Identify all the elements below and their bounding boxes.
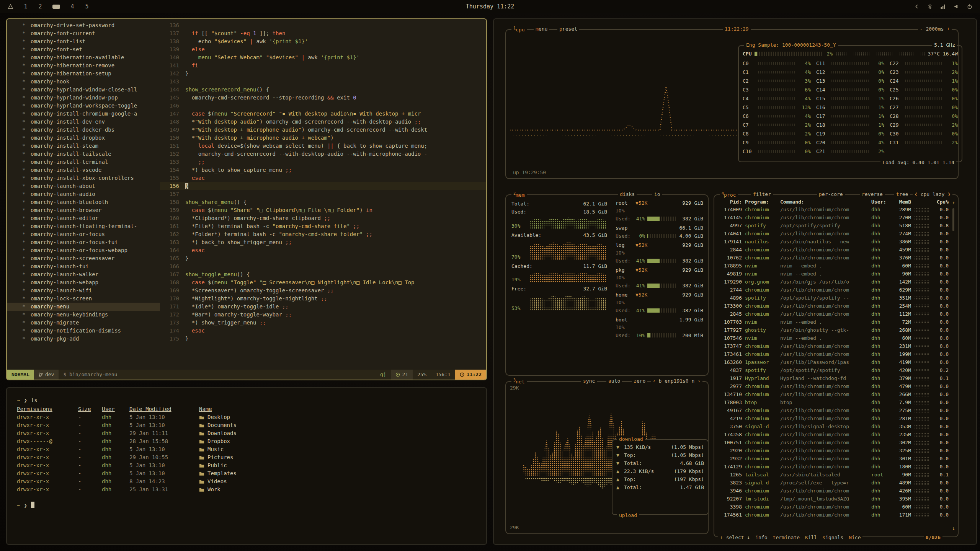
code-line[interactable]: 155 esac (160, 174, 486, 182)
code-line[interactable]: 163 *) back_to show_trigger_menu ;; (160, 238, 486, 246)
process-row[interactable]: 178895 nvim nvim --embed . dhh 60M 0.0 (718, 262, 949, 270)
power-icon[interactable] (967, 4, 972, 9)
proc-percore-button[interactable]: per-core (817, 191, 845, 197)
file-list-item[interactable]: * omarchy-launch-walker (7, 271, 160, 279)
code-line[interactable]: 152 omarchy-cmd-screenrecord --with-desk… (160, 150, 486, 158)
code-line[interactable]: 146 (160, 102, 486, 110)
file-list-item[interactable]: * omarchy-lock-screen (7, 295, 160, 303)
code-line[interactable]: 137 if [[ "$count" -eq 1 ]]; then (160, 29, 486, 37)
code-line[interactable]: 172 *Bar*) omarchy-toggle-waybar ;; (160, 311, 486, 319)
process-row[interactable]: 100751 chromium /usr/lib/chromium/chrom … (718, 439, 949, 447)
code-line[interactable]: 164 esac (160, 246, 486, 254)
file-list-item[interactable]: * omarchy-hibernation-available (7, 54, 160, 62)
file-list-item[interactable]: * omarchy-menu (7, 303, 160, 311)
file-list-item[interactable]: * omarchy-install-dropbox (7, 134, 160, 142)
process-row[interactable]: 92207 lm-studi /tmp/.mount_lmstudw3AZQ d… (718, 495, 949, 503)
process-row[interactable]: 174009 chromium /usr/lib/chromium/chrom … (718, 205, 949, 214)
file-list-item[interactable]: * omarchy-hyprland-workspace-toggle (7, 102, 160, 110)
process-row[interactable]: 1917 Hyprland Hyprland --watchdog-fd dhh… (718, 374, 949, 382)
process-row[interactable]: 49167 chromium /usr/lib/chromium/chrom d… (718, 406, 949, 414)
code-line[interactable]: 140 menu "Select Webcam" "$devices" | aw… (160, 54, 486, 62)
code-line[interactable]: 144 show_screenrecord_menu() { (160, 86, 486, 94)
col-mem[interactable]: MemB (891, 199, 911, 205)
file-list-item[interactable]: * omarchy-font-list (7, 37, 160, 46)
code-line[interactable]: 160 *Clipboard*) omarchy-cmd-share clipb… (160, 214, 486, 222)
code-line[interactable]: 141 fi (160, 62, 486, 70)
process-row[interactable]: 173300 chromium /usr/lib/chromium/chrom … (718, 302, 949, 310)
process-row[interactable]: 4219 chromium /usr/lib/chromium/chrom dh… (718, 414, 949, 422)
file-list-pane[interactable]: * omarchy-drive-set-password * omarchy-f… (7, 21, 160, 370)
process-row[interactable]: 173747 chromium /usr/lib/chromium/chrom … (718, 342, 949, 350)
workspace-button[interactable]: 1 (23, 3, 28, 10)
code-line[interactable]: 161 *File*) terminal bash -c "omarchy-cm… (160, 222, 486, 230)
code-line[interactable]: 167 show_toggle_menu() { (160, 271, 486, 279)
file-list-item[interactable]: * omarchy-launch-bluetooth (7, 198, 160, 206)
proc-filter-button[interactable]: filter (751, 191, 773, 197)
file-list-item[interactable]: * omarchy-install-steam (7, 142, 160, 150)
scrollbar-thumb[interactable] (952, 208, 954, 231)
workspace-button[interactable]: 5 (85, 3, 89, 10)
file-list-item[interactable]: * omarchy-install-vscode (7, 166, 160, 174)
process-row[interactable]: 107703 nvim nvim --embed . dhh 72M 0.0 (718, 318, 949, 326)
file-list-item[interactable]: * omarchy-launch-about (7, 182, 160, 190)
file-list-item[interactable]: * omarchy-hibernation-remove (7, 62, 160, 70)
process-row[interactable]: 3398 chromium /usr/lib/chromium/chrom dh… (718, 503, 949, 511)
terminal-window[interactable]: ~ ❯ ls Permissions Size User Date Modifi… (6, 387, 487, 545)
net-zero-button[interactable]: zero (632, 378, 647, 384)
file-list-item[interactable]: * omarchy-launch-or-focus-webapp (7, 246, 160, 254)
process-row[interactable]: 174041 chromium /usr/lib/chromium/chrom … (718, 230, 949, 238)
file-list-item[interactable]: * omarchy-launch-screensaver (7, 254, 160, 262)
process-row[interactable]: 3750 signal-d /usr/lib/signal-desktop dh… (718, 422, 949, 430)
proc-footer-action[interactable]: Kill (805, 535, 817, 540)
process-row[interactable]: 2932 chromium /usr/lib/chromium/chrom dh… (718, 455, 949, 463)
file-list-item[interactable]: * omarchy-drive-set-password (7, 21, 160, 29)
file-list-item[interactable]: * omarchy-font-set (7, 46, 160, 54)
code-line[interactable]: 158 show_share_menu() { (160, 198, 486, 206)
code-line[interactable]: 162 *Folder*) terminal bash -c "omarchy-… (160, 230, 486, 238)
proc-footer-action[interactable]: ↑ select ↓ (720, 535, 750, 540)
process-row[interactable]: 177927 ghostty /usr/bin/ghostty --gtk- d… (718, 326, 949, 334)
file-list-item[interactable]: * omarchy-launch-floating-terminal- (7, 222, 160, 230)
code-line[interactable]: 143 (160, 78, 486, 86)
process-row[interactable]: 179141 nautilus /usr/bin/nautilus --new … (718, 238, 949, 246)
file-list-item[interactable]: * omarchy-hyprland-window-close-all (7, 86, 160, 94)
code-line[interactable]: 156 } (160, 182, 486, 190)
code-line[interactable]: 159 case $(menu "Share" "□ Clipboard\n□ … (160, 206, 486, 214)
process-row[interactable]: 4896 spotify /opt/spotify/spotify -- dhh… (718, 294, 949, 302)
code-line[interactable]: 175 } (160, 335, 486, 343)
process-row[interactable]: 173461 chromium /usr/lib/chromium/chrom … (718, 350, 949, 358)
file-list-item[interactable]: * omarchy-launch-audio (7, 190, 160, 198)
preset-button[interactable]: preset (557, 26, 579, 32)
code-line[interactable]: 151 local device=$(show_webcam_select_me… (160, 142, 486, 150)
menu-button[interactable]: menu (534, 26, 549, 32)
file-list-item[interactable]: * omarchy-launch-or-focus (7, 230, 160, 238)
file-list-item[interactable]: * omarchy-menu-keybindings (7, 311, 160, 319)
code-line[interactable]: 139 else (160, 46, 486, 54)
proc-sort-selector[interactable]: ❮ cpu lazy ❯ (913, 191, 952, 197)
code-line[interactable]: 147 case $(menu "Screenrecord" "▪ With d… (160, 110, 486, 118)
code-line[interactable]: 138 echo "$devices" | awk '{print $1}' (160, 37, 486, 46)
process-row[interactable]: 163260 1passwor /usr/lib/1Password/1pas … (718, 358, 949, 366)
col-pid[interactable]: Pid: (718, 199, 742, 205)
code-line[interactable]: 136 (160, 21, 486, 29)
scroll-up-arrow[interactable]: ↑ (952, 200, 955, 205)
code-line[interactable]: 168 case $(menu "Toggle" "□ Screensaver\… (160, 279, 486, 287)
file-list-item[interactable]: * omarchy-install-docker-dbs (7, 126, 160, 134)
terminal-cursor[interactable] (31, 502, 34, 508)
code-line[interactable]: 148 *"With desktop audio") omarchy-cmd-s… (160, 118, 486, 126)
code-line[interactable]: 145 omarchy-cmd-screenrecord --stop-reco… (160, 94, 486, 102)
code-line[interactable]: 171 *Idle*) omarchy-toggle-idle ;; (160, 303, 486, 311)
process-row[interactable]: 174129 chromium /usr/lib/chromium/chrom … (718, 463, 949, 471)
proc-footer-action[interactable]: terminate (773, 535, 800, 540)
update-interval-control[interactable]: - 2000ms + (918, 26, 952, 32)
code-line[interactable]: 153 ;; (160, 158, 486, 166)
file-list-item[interactable]: * omarchy-install-tailscale (7, 150, 160, 158)
col-program[interactable]: Program: (745, 199, 777, 205)
process-row[interactable]: 2844 chromium /usr/lib/chromium/chrom dh… (718, 246, 949, 254)
process-row[interactable]: 2845 chromium /usr/lib/chromium/chrom dh… (718, 310, 949, 318)
file-list-item[interactable]: * omarchy-install-xbox-controllers (7, 174, 160, 182)
code-line[interactable]: 169 *Screensaver*) omarchy-toggle-screen… (160, 287, 486, 295)
workspace-button[interactable]: 2 (38, 3, 42, 10)
net-box-title[interactable]: 3net (511, 378, 527, 385)
process-row[interactable]: 2744 chromium /usr/lib/chromium/chrom dh… (718, 286, 949, 294)
